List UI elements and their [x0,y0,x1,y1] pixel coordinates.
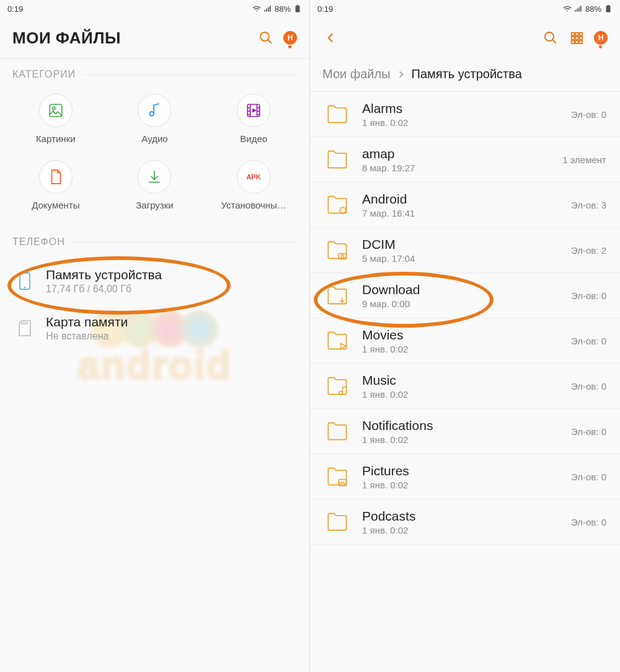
battery-icon [293,4,302,13]
svg-rect-22 [580,41,583,44]
category-label: Установочны… [221,200,286,210]
svg-rect-14 [572,33,575,36]
document-icon [39,160,73,194]
wifi-icon [252,4,261,13]
section-categories: КАТЕГОРИИ [0,59,309,87]
folder-icon [324,508,351,535]
search-icon [543,30,558,45]
folder-icon [324,463,351,490]
image-icon [39,94,73,127]
folder-item[interactable]: Android 7 мар. 16:41 Эл-ов: 3 [310,182,620,228]
folder-item[interactable]: Notifications 1 янв. 0:02 Эл-ов: 0 [310,409,620,454]
svg-point-6 [150,112,154,116]
category-document[interactable]: Документы [6,160,105,210]
storage-title: Память устройства [46,267,162,282]
storage-sd[interactable]: Карта памяти Не вставлена [0,305,309,352]
section-phone: ТЕЛЕФОН [0,226,309,255]
svg-point-13 [545,32,554,41]
folder-name: DCIM [362,237,560,252]
svg-rect-1 [296,6,300,12]
category-download[interactable]: Загрузки [105,160,205,210]
folder-name: amap [362,146,551,161]
breadcrumb-root[interactable]: Мои файлы [322,67,391,81]
menu-badge[interactable]: H [594,31,608,45]
svg-rect-20 [572,41,575,44]
view-grid-button[interactable] [568,29,585,47]
wifi-icon [563,4,572,13]
svg-rect-16 [580,33,583,36]
folder-date: 1 янв. 0:02 [362,344,560,354]
svg-point-23 [340,208,346,213]
battery-icon [604,4,613,13]
folder-name: Podcasts [362,509,560,524]
folder-date: 7 мар. 16:41 [362,208,560,218]
folder-icon [324,101,351,128]
audio-icon [138,94,171,127]
category-image[interactable]: Картинки [6,94,105,144]
folder-item[interactable]: Podcasts 1 янв. 0:02 Эл-ов: 0 [310,500,620,545]
svg-rect-15 [575,33,578,36]
category-label: Аудио [141,133,167,144]
category-audio[interactable]: Аудио [105,94,205,144]
svg-text:APK: APK [247,173,261,181]
storage-phone[interactable]: Память устройства 17,74 Гб / 64,00 Гб [0,258,309,305]
folder-item[interactable]: Alarms 1 янв. 0:02 Эл-ов: 0 [310,92,620,137]
category-apk[interactable]: APK Установочны… [204,160,303,210]
status-bar: 0:19 88% [0,0,309,17]
app-bar: МОИ ФАЙЛЫ H [0,17,309,58]
folder-date: 1 янв. 0:02 [362,117,560,128]
folder-item[interactable]: amap 8 мар. 19:27 1 элемент [310,137,620,182]
svg-point-25 [341,255,344,258]
storage-sub: Не вставлена [46,331,128,342]
svg-rect-11 [606,6,611,12]
status-battery-pct: 88% [585,4,601,14]
folder-item[interactable]: Download 9 мар. 0:00 Эл-ов: 0 [310,273,620,318]
folder-icon [324,146,351,173]
folder-icon [324,327,351,354]
svg-point-3 [260,32,269,41]
folder-icon [324,418,351,445]
svg-rect-2 [296,5,299,6]
storage-sub: 17,74 Гб / 64,00 Гб [46,284,162,295]
app-bar: H [310,17,620,58]
folder-name: Alarms [362,101,560,116]
svg-rect-9 [20,273,30,289]
apk-icon: APK [237,160,270,194]
sd-icon [16,320,33,337]
folder-item[interactable]: Music 1 янв. 0:02 Эл-ов: 0 [310,364,620,409]
svg-rect-21 [575,41,578,44]
svg-rect-18 [575,37,578,40]
category-video[interactable]: Видео [204,94,303,144]
folder-count: Эл-ов: 0 [571,336,606,346]
search-button[interactable] [257,29,275,47]
breadcrumb-leaf: Память устройства [412,67,522,81]
folder-icon [324,191,351,218]
back-button[interactable] [322,29,340,47]
svg-rect-19 [580,37,583,40]
folder-name: Music [362,373,560,388]
menu-badge[interactable]: H [283,31,297,45]
search-button[interactable] [542,29,559,47]
folder-item[interactable]: Movies 1 янв. 0:02 Эл-ов: 0 [310,318,620,364]
category-label: Картинки [36,133,76,144]
grid-icon [570,31,583,45]
folder-count: Эл-ов: 0 [571,290,606,301]
page-title: МОИ ФАЙЛЫ [12,29,249,48]
folder-icon [324,372,351,400]
svg-point-5 [52,107,55,110]
folder-date: 1 янв. 0:02 [362,480,560,490]
folder-date: 8 мар. 19:27 [362,163,551,173]
folder-item[interactable]: DCIM 5 мар. 17:04 Эл-ов: 2 [310,228,620,273]
category-label: Документы [32,200,79,210]
folder-count: Эл-ов: 0 [571,381,606,392]
folder-date: 9 мар. 0:00 [362,298,560,309]
category-label: Видео [240,133,267,144]
search-icon [259,30,273,45]
screen-folder-list: 0:19 88% H Мои файлы Память устройства [310,0,620,672]
folder-name: Android [362,192,560,207]
category-label: Загрузки [136,200,173,210]
phone-icon [16,272,33,290]
folder-item[interactable]: Pictures 1 янв. 0:02 Эл-ов: 0 [310,454,620,500]
folder-name: Download [362,282,560,297]
folder-name: Movies [362,328,560,343]
